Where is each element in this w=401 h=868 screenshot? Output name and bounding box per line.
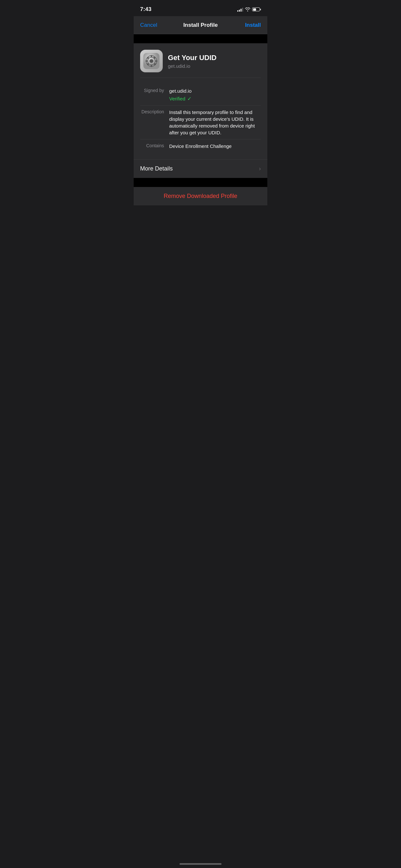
signed-by-value-container: get.udid.io Verified ✓ [169, 88, 191, 102]
cancel-button[interactable]: Cancel [140, 22, 163, 28]
description-value: Install this temporary profile to find a… [169, 109, 261, 136]
signed-by-label: Signed by [140, 88, 169, 93]
signal-icon [237, 7, 243, 11]
verified-line: Verified ✓ [169, 95, 191, 102]
install-button[interactable]: Install [238, 22, 261, 28]
signed-by-row: Signed by get.udid.io Verified ✓ [140, 84, 261, 105]
nav-bar: Cancel Install Profile Install [134, 16, 267, 34]
remove-section[interactable]: Remove Downloaded Profile [134, 187, 267, 206]
svg-point-3 [150, 59, 153, 63]
svg-rect-4 [151, 55, 152, 57]
middle-separator [134, 178, 267, 187]
description-row: Description Install this temporary profi… [140, 105, 261, 140]
signed-by-value: get.udid.io [169, 88, 191, 94]
nav-title: Install Profile [163, 22, 238, 28]
profile-info: Get Your UDID get.udid.io [168, 54, 261, 69]
top-separator [134, 34, 267, 43]
profile-app-icon [140, 50, 163, 72]
battery-icon [252, 7, 261, 11]
profile-domain: get.udid.io [168, 63, 261, 69]
more-details-row[interactable]: More Details › [134, 159, 267, 178]
profile-card: Get Your UDID get.udid.io Signed by get.… [134, 43, 267, 159]
contains-label: Contains [140, 143, 169, 148]
verified-text: Verified [169, 95, 186, 102]
profile-details: Signed by get.udid.io Verified ✓ Descrip… [140, 84, 261, 153]
contains-row: Contains Device Enrollment Challenge [140, 140, 261, 153]
profile-header: Get Your UDID get.udid.io [140, 50, 261, 78]
chevron-right-icon: › [259, 165, 261, 172]
more-details-label: More Details [140, 165, 173, 172]
remove-downloaded-profile-button[interactable]: Remove Downloaded Profile [164, 193, 237, 199]
status-time: 7:43 [140, 6, 151, 12]
verified-check-icon: ✓ [187, 96, 191, 102]
status-bar: 7:43 [134, 0, 267, 16]
bottom-empty-area [134, 206, 267, 335]
profile-name: Get Your UDID [168, 54, 261, 62]
svg-rect-6 [146, 60, 148, 62]
svg-rect-5 [151, 65, 152, 67]
status-icons [237, 7, 261, 11]
contains-value: Device Enrollment Challenge [169, 143, 261, 150]
wifi-icon [245, 7, 250, 11]
description-label: Description [140, 109, 169, 114]
svg-rect-7 [156, 60, 158, 62]
